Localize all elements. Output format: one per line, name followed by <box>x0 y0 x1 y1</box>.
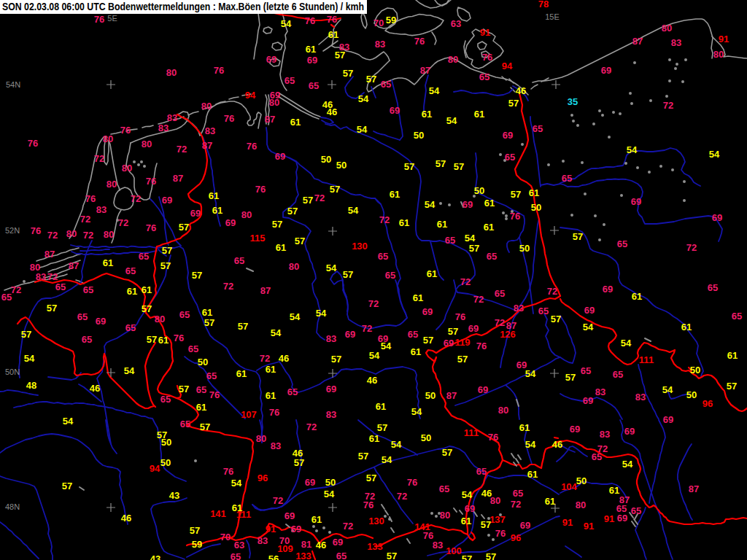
svg-text:80: 80 <box>289 261 299 272</box>
svg-text:111: 111 <box>639 354 654 365</box>
svg-text:61: 61 <box>461 516 471 526</box>
svg-text:54N: 54N <box>6 80 20 89</box>
svg-text:104: 104 <box>561 481 577 492</box>
svg-text:130: 130 <box>352 241 368 252</box>
svg-text:83: 83 <box>326 333 336 344</box>
svg-text:57: 57 <box>287 206 298 217</box>
svg-text:61: 61 <box>369 433 379 444</box>
svg-text:54: 54 <box>63 416 74 427</box>
svg-text:72: 72 <box>273 495 283 506</box>
svg-text:65: 65 <box>613 369 623 380</box>
svg-text:87: 87 <box>446 390 457 401</box>
svg-text:50: 50 <box>321 154 331 165</box>
svg-text:57: 57 <box>331 354 341 365</box>
svg-text:65: 65 <box>336 551 347 560</box>
svg-text:65: 65 <box>378 251 388 262</box>
svg-text:57: 57 <box>377 422 387 433</box>
svg-text:61: 61 <box>545 496 555 507</box>
svg-text:70: 70 <box>220 532 231 542</box>
svg-text:72: 72 <box>260 353 270 364</box>
svg-text:69: 69 <box>190 208 201 219</box>
svg-text:96: 96 <box>511 532 521 543</box>
svg-text:76: 76 <box>214 65 224 76</box>
svg-text:76: 76 <box>455 311 465 322</box>
svg-text:57: 57 <box>573 231 583 242</box>
svg-text:52N: 52N <box>5 226 20 235</box>
svg-text:46: 46 <box>279 353 289 364</box>
svg-text:76: 76 <box>255 184 266 195</box>
svg-text:57: 57 <box>442 447 452 458</box>
svg-text:61: 61 <box>484 222 494 233</box>
svg-text:65: 65 <box>83 284 93 295</box>
svg-text:65: 65 <box>1 292 12 303</box>
svg-text:94: 94 <box>502 61 513 71</box>
svg-text:76: 76 <box>94 14 104 25</box>
svg-text:61: 61 <box>236 368 247 379</box>
svg-text:54: 54 <box>429 85 440 96</box>
svg-text:54: 54 <box>662 384 673 395</box>
svg-text:76: 76 <box>363 499 374 510</box>
svg-text:54: 54 <box>381 341 392 351</box>
svg-text:61: 61 <box>413 292 423 303</box>
svg-text:61: 61 <box>209 190 219 201</box>
svg-text:15E: 15E <box>545 12 560 21</box>
svg-text:76: 76 <box>327 14 337 25</box>
svg-text:57: 57 <box>727 381 737 392</box>
svg-text:72: 72 <box>80 214 90 225</box>
svg-text:65: 65 <box>206 370 217 381</box>
svg-text:65: 65 <box>55 281 66 292</box>
svg-text:83: 83 <box>258 535 268 546</box>
svg-text:61: 61 <box>306 44 316 55</box>
svg-text:57: 57 <box>303 195 313 206</box>
svg-text:54: 54 <box>290 311 301 322</box>
svg-text:50: 50 <box>690 365 700 376</box>
svg-text:50: 50 <box>686 389 697 400</box>
svg-text:57: 57 <box>62 481 72 491</box>
svg-text:57: 57 <box>457 354 468 365</box>
svg-text:61: 61 <box>427 268 437 279</box>
svg-text:65: 65 <box>487 251 497 262</box>
svg-text:54: 54 <box>281 18 292 29</box>
svg-text:65: 65 <box>309 80 319 91</box>
svg-text:61: 61 <box>212 205 222 216</box>
svg-text:80: 80 <box>66 228 77 239</box>
svg-text:100: 100 <box>446 545 462 556</box>
svg-text:91: 91 <box>719 34 729 44</box>
svg-text:65: 65 <box>513 488 523 499</box>
svg-text:72: 72 <box>11 284 21 295</box>
svg-text:72: 72 <box>118 217 128 228</box>
svg-text:57: 57 <box>204 317 214 328</box>
svg-text:130: 130 <box>368 516 384 526</box>
svg-text:72: 72 <box>343 521 353 532</box>
svg-text:57: 57 <box>508 98 519 109</box>
svg-text:83: 83 <box>205 125 215 136</box>
svg-text:65: 65 <box>179 309 190 320</box>
svg-text:61: 61 <box>328 29 338 40</box>
svg-text:72: 72 <box>314 192 325 203</box>
svg-text:69: 69 <box>603 284 613 295</box>
svg-text:80: 80 <box>142 139 152 149</box>
svg-text:54: 54 <box>525 439 536 450</box>
svg-text:50: 50 <box>474 185 484 196</box>
svg-text:57: 57 <box>448 326 458 337</box>
svg-text:83: 83 <box>36 271 46 282</box>
svg-text:76: 76 <box>247 141 257 152</box>
svg-text:69: 69 <box>663 414 673 425</box>
svg-text:61: 61 <box>474 109 484 120</box>
svg-text:76: 76 <box>414 36 425 47</box>
svg-text:70: 70 <box>374 18 384 28</box>
svg-text:50: 50 <box>161 437 171 448</box>
svg-text:69: 69 <box>307 55 317 66</box>
svg-text:35: 35 <box>568 96 578 107</box>
svg-text:76: 76 <box>146 176 156 187</box>
svg-text:61: 61 <box>266 390 276 401</box>
svg-text:57: 57 <box>358 451 368 462</box>
svg-text:61: 61 <box>529 187 539 198</box>
svg-text:69: 69 <box>275 151 285 162</box>
svg-text:69: 69 <box>333 537 343 548</box>
svg-text:54: 54 <box>462 489 473 500</box>
svg-text:61: 61 <box>422 109 432 120</box>
svg-text:54: 54 <box>446 115 457 126</box>
svg-text:57: 57 <box>335 50 345 61</box>
svg-text:65: 65 <box>188 343 198 354</box>
